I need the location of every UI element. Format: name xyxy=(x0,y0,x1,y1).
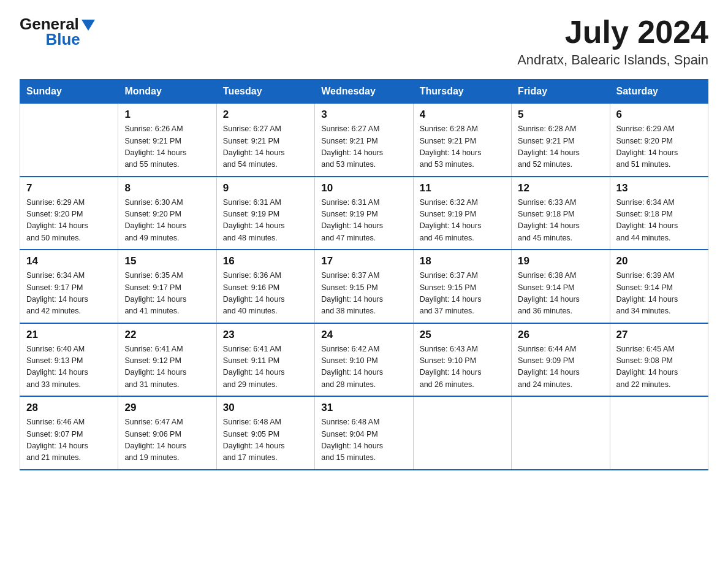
day-number: 27 xyxy=(616,329,702,341)
day-number: 3 xyxy=(321,109,406,121)
day-number: 24 xyxy=(321,329,406,341)
day-info: Sunrise: 6:35 AM Sunset: 9:17 PM Dayligh… xyxy=(124,270,210,318)
calendar-day-27: 27Sunrise: 6:45 AM Sunset: 9:08 PM Dayli… xyxy=(610,323,708,397)
day-info: Sunrise: 6:31 AM Sunset: 9:19 PM Dayligh… xyxy=(321,197,406,245)
day-info: Sunrise: 6:30 AM Sunset: 9:20 PM Dayligh… xyxy=(124,197,210,245)
day-info: Sunrise: 6:48 AM Sunset: 9:04 PM Dayligh… xyxy=(321,416,406,464)
day-info: Sunrise: 6:29 AM Sunset: 9:20 PM Dayligh… xyxy=(616,123,702,171)
day-number: 21 xyxy=(26,329,112,341)
month-title: July 2024 xyxy=(517,15,708,50)
col-header-tuesday: Tuesday xyxy=(216,80,314,104)
calendar-day-5: 5Sunrise: 6:28 AM Sunset: 9:21 PM Daylig… xyxy=(512,104,610,177)
calendar-day-29: 29Sunrise: 6:47 AM Sunset: 9:06 PM Dayli… xyxy=(118,396,216,470)
day-info: Sunrise: 6:39 AM Sunset: 9:14 PM Dayligh… xyxy=(616,270,702,318)
col-header-sunday: Sunday xyxy=(20,80,118,104)
day-number: 15 xyxy=(124,255,210,267)
calendar-table: SundayMondayTuesdayWednesdayThursdayFrid… xyxy=(20,79,708,470)
calendar-day-7: 7Sunrise: 6:29 AM Sunset: 9:20 PM Daylig… xyxy=(20,177,118,250)
day-info: Sunrise: 6:32 AM Sunset: 9:19 PM Dayligh… xyxy=(420,197,505,245)
day-info: Sunrise: 6:27 AM Sunset: 9:21 PM Dayligh… xyxy=(321,123,406,171)
day-number: 16 xyxy=(223,255,308,267)
day-info: Sunrise: 6:44 AM Sunset: 9:09 PM Dayligh… xyxy=(518,343,603,391)
page-header: General Blue July 2024 Andratx, Balearic… xyxy=(20,15,708,68)
calendar-day-1: 1Sunrise: 6:26 AM Sunset: 9:21 PM Daylig… xyxy=(118,104,216,177)
day-number: 23 xyxy=(223,329,308,341)
calendar-header-row: SundayMondayTuesdayWednesdayThursdayFrid… xyxy=(20,80,708,104)
day-number: 26 xyxy=(518,329,603,341)
day-number: 31 xyxy=(321,402,406,414)
calendar-day-11: 11Sunrise: 6:32 AM Sunset: 9:19 PM Dayli… xyxy=(413,177,511,250)
col-header-saturday: Saturday xyxy=(610,80,708,104)
day-info: Sunrise: 6:28 AM Sunset: 9:21 PM Dayligh… xyxy=(518,123,603,171)
day-info: Sunrise: 6:29 AM Sunset: 9:20 PM Dayligh… xyxy=(26,197,112,245)
day-number: 17 xyxy=(321,255,406,267)
calendar-day-3: 3Sunrise: 6:27 AM Sunset: 9:21 PM Daylig… xyxy=(315,104,413,177)
day-info: Sunrise: 6:31 AM Sunset: 9:19 PM Dayligh… xyxy=(223,197,308,245)
calendar-week-row: 1Sunrise: 6:26 AM Sunset: 9:21 PM Daylig… xyxy=(20,104,708,177)
svg-marker-0 xyxy=(82,20,95,31)
calendar-week-row: 21Sunrise: 6:40 AM Sunset: 9:13 PM Dayli… xyxy=(20,323,708,397)
day-info: Sunrise: 6:33 AM Sunset: 9:18 PM Dayligh… xyxy=(518,197,603,245)
calendar-day-14: 14Sunrise: 6:34 AM Sunset: 9:17 PM Dayli… xyxy=(20,250,118,323)
col-header-monday: Monday xyxy=(118,80,216,104)
calendar-day-16: 16Sunrise: 6:36 AM Sunset: 9:16 PM Dayli… xyxy=(216,250,314,323)
day-number: 20 xyxy=(616,255,702,267)
day-number: 1 xyxy=(124,109,210,121)
calendar-day-21: 21Sunrise: 6:40 AM Sunset: 9:13 PM Dayli… xyxy=(20,323,118,397)
col-header-wednesday: Wednesday xyxy=(315,80,413,104)
calendar-day-9: 9Sunrise: 6:31 AM Sunset: 9:19 PM Daylig… xyxy=(216,177,314,250)
day-info: Sunrise: 6:45 AM Sunset: 9:08 PM Dayligh… xyxy=(616,343,702,391)
day-number: 25 xyxy=(420,329,505,341)
day-number: 11 xyxy=(420,182,505,194)
day-number: 30 xyxy=(223,402,308,414)
day-number: 28 xyxy=(26,402,112,414)
day-info: Sunrise: 6:42 AM Sunset: 9:10 PM Dayligh… xyxy=(321,343,406,391)
day-info: Sunrise: 6:41 AM Sunset: 9:11 PM Dayligh… xyxy=(223,343,308,391)
day-number: 13 xyxy=(616,182,702,194)
day-number: 5 xyxy=(518,109,603,121)
day-number: 10 xyxy=(321,182,406,194)
calendar-day-15: 15Sunrise: 6:35 AM Sunset: 9:17 PM Dayli… xyxy=(118,250,216,323)
day-info: Sunrise: 6:38 AM Sunset: 9:14 PM Dayligh… xyxy=(518,270,603,318)
day-info: Sunrise: 6:40 AM Sunset: 9:13 PM Dayligh… xyxy=(26,343,112,391)
calendar-week-row: 28Sunrise: 6:46 AM Sunset: 9:07 PM Dayli… xyxy=(20,396,708,470)
calendar-day-26: 26Sunrise: 6:44 AM Sunset: 9:09 PM Dayli… xyxy=(512,323,610,397)
calendar-day-2: 2Sunrise: 6:27 AM Sunset: 9:21 PM Daylig… xyxy=(216,104,314,177)
col-header-thursday: Thursday xyxy=(413,80,511,104)
calendar-week-row: 7Sunrise: 6:29 AM Sunset: 9:20 PM Daylig… xyxy=(20,177,708,250)
day-info: Sunrise: 6:41 AM Sunset: 9:12 PM Dayligh… xyxy=(124,343,210,391)
day-info: Sunrise: 6:37 AM Sunset: 9:15 PM Dayligh… xyxy=(420,270,505,318)
day-info: Sunrise: 6:27 AM Sunset: 9:21 PM Dayligh… xyxy=(223,123,308,171)
calendar-day-22: 22Sunrise: 6:41 AM Sunset: 9:12 PM Dayli… xyxy=(118,323,216,397)
day-info: Sunrise: 6:34 AM Sunset: 9:18 PM Dayligh… xyxy=(616,197,702,245)
calendar-day-13: 13Sunrise: 6:34 AM Sunset: 9:18 PM Dayli… xyxy=(610,177,708,250)
calendar-day-25: 25Sunrise: 6:43 AM Sunset: 9:10 PM Dayli… xyxy=(413,323,511,397)
calendar-day-17: 17Sunrise: 6:37 AM Sunset: 9:15 PM Dayli… xyxy=(315,250,413,323)
calendar-day-4: 4Sunrise: 6:28 AM Sunset: 9:21 PM Daylig… xyxy=(413,104,511,177)
day-info: Sunrise: 6:36 AM Sunset: 9:16 PM Dayligh… xyxy=(223,270,308,318)
day-number: 6 xyxy=(616,109,702,121)
day-number: 29 xyxy=(124,402,210,414)
logo-text-blue: Blue xyxy=(45,30,80,49)
day-number: 7 xyxy=(26,182,112,194)
day-info: Sunrise: 6:37 AM Sunset: 9:15 PM Dayligh… xyxy=(321,270,406,318)
calendar-empty-cell xyxy=(512,396,610,470)
calendar-empty-cell xyxy=(413,396,511,470)
logo: General Blue xyxy=(20,15,95,49)
day-number: 4 xyxy=(420,109,505,121)
calendar-day-24: 24Sunrise: 6:42 AM Sunset: 9:10 PM Dayli… xyxy=(315,323,413,397)
day-info: Sunrise: 6:47 AM Sunset: 9:06 PM Dayligh… xyxy=(124,416,210,464)
calendar-day-10: 10Sunrise: 6:31 AM Sunset: 9:19 PM Dayli… xyxy=(315,177,413,250)
day-number: 22 xyxy=(124,329,210,341)
calendar-day-8: 8Sunrise: 6:30 AM Sunset: 9:20 PM Daylig… xyxy=(118,177,216,250)
calendar-week-row: 14Sunrise: 6:34 AM Sunset: 9:17 PM Dayli… xyxy=(20,250,708,323)
logo-arrow-icon xyxy=(82,20,95,31)
calendar-day-30: 30Sunrise: 6:48 AM Sunset: 9:05 PM Dayli… xyxy=(216,396,314,470)
day-number: 12 xyxy=(518,182,603,194)
day-info: Sunrise: 6:26 AM Sunset: 9:21 PM Dayligh… xyxy=(124,123,210,171)
day-info: Sunrise: 6:28 AM Sunset: 9:21 PM Dayligh… xyxy=(420,123,505,171)
day-info: Sunrise: 6:34 AM Sunset: 9:17 PM Dayligh… xyxy=(26,270,112,318)
calendar-day-19: 19Sunrise: 6:38 AM Sunset: 9:14 PM Dayli… xyxy=(512,250,610,323)
day-number: 19 xyxy=(518,255,603,267)
day-number: 14 xyxy=(26,255,112,267)
